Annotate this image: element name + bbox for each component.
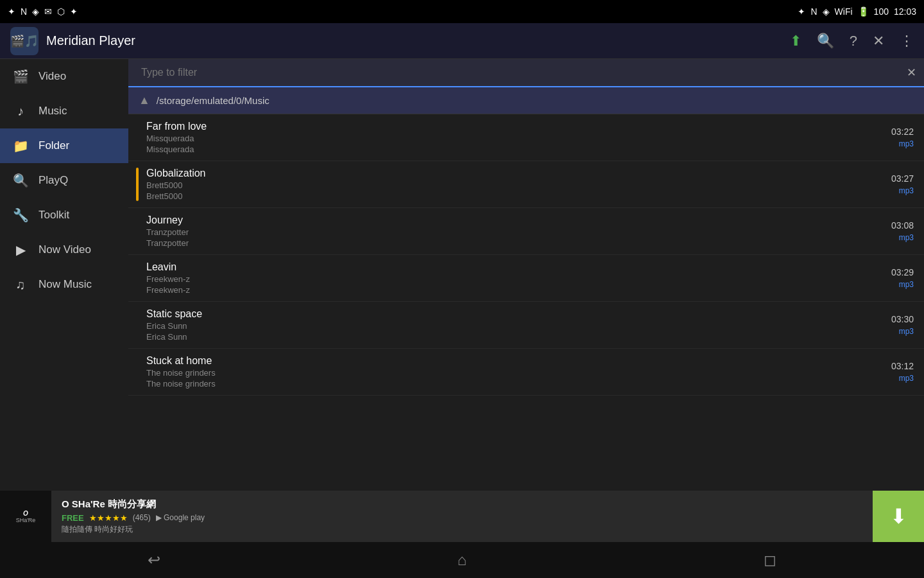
track-item[interactable]: Globalization Brett5000 Brett5000 03:27 … [128,161,924,208]
ad-download-icon: ⬇ [890,504,907,529]
sidebar-item-nowvideo[interactable]: ▶ Now Video [0,232,128,267]
track-duration: 03:27 [891,173,914,184]
status-icon-1: ✦ [8,6,15,17]
track-title: Stuck at home [146,355,891,367]
track-info: Globalization Brett5000 Brett5000 [146,168,891,201]
track-title: Far from love [146,121,891,132]
filter-input[interactable] [136,67,907,78]
sidebar-label-folder: Folder [38,139,69,152]
track-format: mp3 [899,233,914,242]
track-accent-bar [136,355,139,389]
track-artist: Brett5000 [146,180,891,190]
nowmusic-icon: ♫ [13,277,28,292]
ad-stars: ★★★★★ [89,513,128,523]
ad-free-label: FREE [62,513,84,523]
sidebar-label-toolkit: Toolkit [38,209,69,222]
sidebar-item-toolkit[interactable]: 🔧 Toolkit [0,198,128,232]
nfc2-icon: ◈ [823,6,830,17]
status-left-icons: ✦ N ◈ ✉ ⬡ ✦ [8,6,78,17]
track-title: Journey [146,215,891,226]
track-artist: Freekwen-z [146,274,891,284]
video-icon: 🎬 [13,69,28,84]
track-meta: 03:27 mp3 [891,168,914,201]
ad-description: 隨拍隨傳 時尚好好玩 [62,524,862,535]
track-album: Tranzpotter [146,238,891,248]
battery-text: 100 [874,6,889,17]
wifi-icon: WiFi [835,6,853,17]
home-button[interactable]: ⌂ [436,542,488,578]
ad-logo: O SHa'Re [0,491,51,542]
track-info: Far from love Missquerada Missquerada [146,121,891,154]
sidebar-label-playq: PlayQ [38,174,68,187]
track-accent-bar [136,168,139,201]
sidebar-item-video[interactable]: 🎬 Video [0,59,128,94]
track-format: mp3 [899,280,914,289]
sidebar-label-video: Video [38,70,66,83]
status-icon-5: ⬡ [57,6,65,17]
track-accent-bar [136,121,139,154]
track-info: Journey Tranzpotter Tranzpotter [146,215,891,248]
track-album: Brett5000 [146,191,891,201]
track-duration: 03:12 [891,361,914,371]
app-title: Meridian Player [46,33,790,48]
track-format: mp3 [899,374,914,383]
track-item[interactable]: Far from love Missquerada Missquerada 03… [128,114,924,161]
track-item[interactable]: Stuck at home The noise grinders The noi… [128,349,924,396]
track-album: The noise grinders [146,379,891,389]
track-duration: 03:08 [891,220,914,231]
track-item[interactable]: Static space Erica Sunn Erica Sunn 03:30… [128,302,924,349]
title-actions: ⬆ 🔍 ? ✕ ⋮ [790,33,914,49]
search-button[interactable]: 🔍 [817,33,834,49]
sidebar-item-music[interactable]: ♪ Music [0,94,128,128]
sidebar-label-nowmusic: Now Music [38,278,92,291]
status-icon-6: ✦ [70,6,78,17]
sidebar: 🎬 Video ♪ Music 📁 Folder 🔍 PlayQ 🔧 Toolk… [0,59,128,542]
music-icon: ♪ [13,104,28,119]
help-button[interactable]: ? [850,33,857,49]
sidebar-item-playq[interactable]: 🔍 PlayQ [0,163,128,198]
app-logo: 🎬🎵 [10,27,38,55]
track-info: Static space Erica Sunn Erica Sunn [146,308,891,342]
title-bar: 🎬🎵 Meridian Player ⬆ 🔍 ? ✕ ⋮ [0,23,924,59]
battery-icon: 🔋 [858,6,869,17]
track-album: Erica Sunn [146,332,891,342]
bottom-nav: ↩ ⌂ ◻ [0,542,924,578]
track-item[interactable]: Journey Tranzpotter Tranzpotter 03:08 mp… [128,208,924,255]
track-artist: The noise grinders [146,368,891,378]
nfc-icon: N [810,6,817,17]
track-artist: Erica Sunn [146,321,891,331]
toolkit-icon: 🔧 [13,207,28,223]
path-text: /storage/emulated/0/Music [157,95,270,106]
ad-download-button[interactable]: ⬇ [873,491,924,542]
status-icon-2: N [21,6,27,17]
sidebar-item-folder[interactable]: 📁 Folder [0,128,128,163]
recents-button[interactable]: ◻ [744,542,796,578]
content-area: ✕ ▲ /storage/emulated/0/Music Far from l… [128,59,924,542]
filter-clear-button[interactable]: ✕ [907,66,916,80]
track-format: mp3 [899,139,914,148]
track-item[interactable]: Leavin Freekwen-z Freekwen-z 03:29 mp3 [128,255,924,302]
path-up-icon[interactable]: ▲ [139,94,150,107]
more-button[interactable]: ⋮ [900,33,914,49]
sidebar-label-music: Music [38,105,67,118]
status-icon-3: ◈ [32,6,39,17]
status-bar: ✦ N ◈ ✉ ⬡ ✦ ✦ N ◈ WiFi 🔋 100 12:03 [0,0,924,23]
status-right-icons: ✦ N ◈ WiFi 🔋 100 12:03 [798,6,916,17]
upload-button[interactable]: ⬆ [790,33,801,49]
back-button[interactable]: ↩ [128,542,180,578]
filter-bar: ✕ [128,59,924,87]
track-artist: Missquerada [146,134,891,143]
ad-banner: O SHa'Re O SHa'Re 時尚分享網 FREE ★★★★★ (465)… [0,491,924,542]
main-layout: 🎬 Video ♪ Music 📁 Folder 🔍 PlayQ 🔧 Toolk… [0,59,924,542]
track-accent-bar [136,308,139,342]
track-title: Globalization [146,168,891,179]
status-icon-4: ✉ [44,6,52,17]
ad-title: O SHa'Re 時尚分享網 [62,498,862,511]
settings-button[interactable]: ✕ [873,33,884,49]
track-meta: 03:12 mp3 [891,355,914,389]
track-duration: 03:30 [891,314,914,324]
track-list: Far from love Missquerada Missquerada 03… [128,114,924,542]
track-artist: Tranzpotter [146,227,891,237]
track-format: mp3 [899,186,914,195]
sidebar-item-nowmusic[interactable]: ♫ Now Music [0,267,128,302]
